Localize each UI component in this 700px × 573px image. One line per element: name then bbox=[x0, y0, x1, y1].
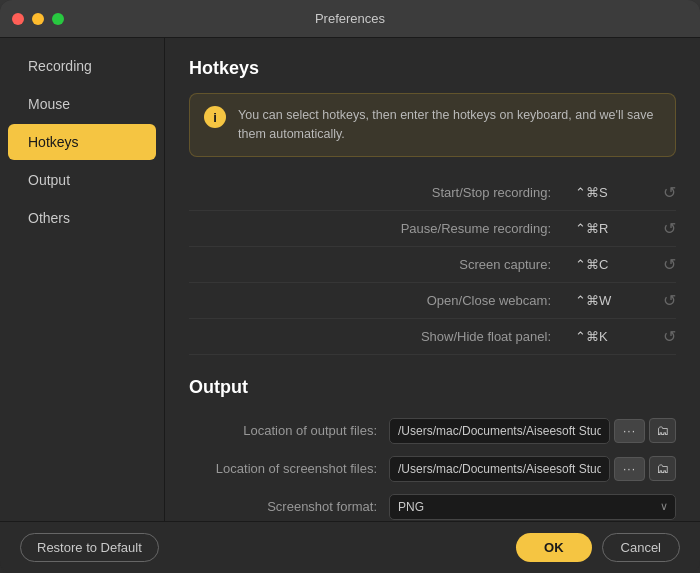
output-label-location: Location of output files: bbox=[189, 423, 389, 438]
content-area: Hotkeys i You can select hotkeys, then e… bbox=[165, 38, 700, 521]
maximize-button[interactable] bbox=[52, 13, 64, 25]
footer: Restore to Default OK Cancel bbox=[0, 521, 700, 573]
output-section: Output Location of output files: ··· 🗂 L… bbox=[189, 377, 676, 522]
sidebar-item-output[interactable]: Output bbox=[8, 162, 156, 198]
hotkey-row-start-stop: Start/Stop recording: ⌃⌘S ↺ bbox=[189, 175, 676, 211]
output-row-screenshot-location: Location of screenshot files: ··· 🗂 bbox=[189, 450, 676, 488]
hotkey-reset-float-panel[interactable]: ↺ bbox=[663, 327, 676, 346]
main-content: Recording Mouse Hotkeys Output Others Ho… bbox=[0, 38, 700, 521]
sidebar: Recording Mouse Hotkeys Output Others bbox=[0, 38, 165, 521]
output-title: Output bbox=[189, 377, 676, 398]
output-path-folder-button[interactable]: 🗂 bbox=[649, 418, 676, 443]
output-path-dots-button[interactable]: ··· bbox=[614, 419, 645, 443]
hotkey-row-screen-capture: Screen capture: ⌃⌘C ↺ bbox=[189, 247, 676, 283]
screenshot-path-input[interactable] bbox=[389, 456, 610, 482]
screenshot-format-select[interactable]: PNG JPG BMP GIF bbox=[389, 494, 676, 520]
restore-default-button[interactable]: Restore to Default bbox=[20, 533, 159, 562]
hotkey-label-pause-resume: Pause/Resume recording: bbox=[189, 221, 575, 236]
ok-button[interactable]: OK bbox=[516, 533, 592, 562]
screenshot-path-folder-button[interactable]: 🗂 bbox=[649, 456, 676, 481]
hotkey-label-float-panel: Show/Hide float panel: bbox=[189, 329, 575, 344]
hotkey-value-float-panel: ⌃⌘K bbox=[575, 329, 655, 344]
hotkey-row-float-panel: Show/Hide float panel: ⌃⌘K ↺ bbox=[189, 319, 676, 355]
close-button[interactable] bbox=[12, 13, 24, 25]
screenshot-format-wrapper: PNG JPG BMP GIF ∨ bbox=[389, 494, 676, 520]
titlebar: Preferences bbox=[0, 0, 700, 38]
hotkeys-section: Hotkeys i You can select hotkeys, then e… bbox=[189, 58, 676, 355]
hotkey-value-webcam: ⌃⌘W bbox=[575, 293, 655, 308]
footer-actions: OK Cancel bbox=[516, 533, 680, 562]
hotkey-value-pause-resume: ⌃⌘R bbox=[575, 221, 655, 236]
hotkey-row-pause-resume: Pause/Resume recording: ⌃⌘R ↺ bbox=[189, 211, 676, 247]
hotkey-reset-webcam[interactable]: ↺ bbox=[663, 291, 676, 310]
sidebar-item-recording[interactable]: Recording bbox=[8, 48, 156, 84]
output-field-screenshot-location: ··· 🗂 bbox=[389, 456, 676, 482]
hotkey-reset-start-stop[interactable]: ↺ bbox=[663, 183, 676, 202]
output-field-screenshot-format: PNG JPG BMP GIF ∨ bbox=[389, 494, 676, 520]
hotkey-value-screen-capture: ⌃⌘C bbox=[575, 257, 655, 272]
sidebar-item-hotkeys[interactable]: Hotkeys bbox=[8, 124, 156, 160]
hotkey-label-screen-capture: Screen capture: bbox=[189, 257, 575, 272]
cancel-button[interactable]: Cancel bbox=[602, 533, 680, 562]
output-label-screenshot-location: Location of screenshot files: bbox=[189, 461, 389, 476]
output-field-location: ··· 🗂 bbox=[389, 418, 676, 444]
minimize-button[interactable] bbox=[32, 13, 44, 25]
sidebar-item-others[interactable]: Others bbox=[8, 200, 156, 236]
output-row-location: Location of output files: ··· 🗂 bbox=[189, 412, 676, 450]
hotkey-label-webcam: Open/Close webcam: bbox=[189, 293, 575, 308]
info-box: i You can select hotkeys, then enter the… bbox=[189, 93, 676, 157]
hotkey-label-start-stop: Start/Stop recording: bbox=[189, 185, 575, 200]
output-row-screenshot-format: Screenshot format: PNG JPG BMP GIF ∨ bbox=[189, 488, 676, 522]
window-title: Preferences bbox=[315, 11, 385, 26]
output-path-input[interactable] bbox=[389, 418, 610, 444]
window-controls bbox=[12, 13, 64, 25]
hotkey-reset-screen-capture[interactable]: ↺ bbox=[663, 255, 676, 274]
sidebar-item-mouse[interactable]: Mouse bbox=[8, 86, 156, 122]
info-text: You can select hotkeys, then enter the h… bbox=[238, 106, 661, 144]
preferences-window: Preferences Recording Mouse Hotkeys Outp… bbox=[0, 0, 700, 573]
hotkey-row-webcam: Open/Close webcam: ⌃⌘W ↺ bbox=[189, 283, 676, 319]
info-icon: i bbox=[204, 106, 226, 128]
output-label-screenshot-format: Screenshot format: bbox=[189, 499, 389, 514]
screenshot-path-dots-button[interactable]: ··· bbox=[614, 457, 645, 481]
hotkey-value-start-stop: ⌃⌘S bbox=[575, 185, 655, 200]
hotkey-reset-pause-resume[interactable]: ↺ bbox=[663, 219, 676, 238]
hotkeys-title: Hotkeys bbox=[189, 58, 676, 79]
